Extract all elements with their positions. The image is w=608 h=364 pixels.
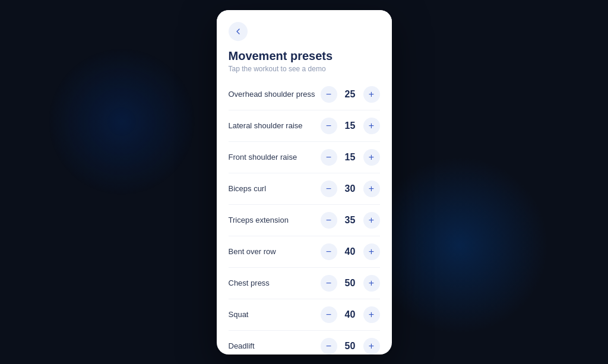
stepper-value: 35 (343, 215, 357, 226)
increment-button[interactable]: + (363, 149, 380, 166)
exercise-row: Overhead shoulder press − 25 + (229, 79, 380, 110)
stepper-value: 50 (343, 278, 357, 289)
stepper: − 40 + (321, 243, 380, 260)
decrement-button[interactable]: − (321, 86, 337, 103)
stepper-value: 25 (343, 89, 357, 100)
exercise-name: Deadlift (229, 341, 321, 350)
decrement-button[interactable]: − (321, 243, 337, 260)
stepper: − 15 + (321, 118, 380, 134)
increment-button[interactable]: + (363, 212, 380, 229)
stepper-value: 15 (343, 152, 357, 163)
increment-button[interactable]: + (363, 118, 380, 134)
stepper: − 40 + (321, 306, 380, 323)
exercise-row: Triceps extension − 35 + (229, 205, 380, 236)
stepper: − 30 + (321, 181, 380, 197)
stepper: − 25 + (321, 86, 380, 103)
exercise-name: Front shoulder raise (229, 153, 321, 162)
stepper-value: 50 (343, 341, 357, 352)
exercise-name: Bent over row (229, 247, 321, 256)
decrement-button[interactable]: − (321, 212, 337, 229)
back-button[interactable] (229, 22, 248, 41)
decrement-button[interactable]: − (321, 306, 337, 323)
decrement-button[interactable]: − (321, 118, 337, 134)
main-card: Movement presets Tap the workout to see … (217, 10, 392, 354)
decrement-button[interactable]: − (321, 149, 337, 166)
card-header: Movement presets Tap the workout to see … (217, 10, 392, 79)
increment-button[interactable]: + (363, 243, 380, 260)
stepper: − 50 + (321, 275, 380, 292)
exercise-name: Triceps extension (229, 216, 321, 224)
exercise-row: Deadlift − 50 + (229, 331, 380, 354)
decrement-button[interactable]: − (321, 275, 337, 292)
increment-button[interactable]: + (363, 86, 380, 103)
exercise-row: Biceps curl − 30 + (229, 173, 380, 205)
page-title: Movement presets (229, 49, 380, 63)
exercise-row: Bent over row − 40 + (229, 236, 380, 268)
exercises-list: Overhead shoulder press − 25 + Lateral s… (217, 79, 392, 354)
increment-button[interactable]: + (363, 275, 380, 292)
stepper-value: 40 (343, 246, 357, 257)
increment-button[interactable]: + (363, 306, 380, 323)
exercise-row: Front shoulder raise − 15 + (229, 142, 380, 173)
stepper: − 50 + (321, 338, 380, 354)
stepper-value: 40 (343, 309, 357, 320)
decrement-button[interactable]: − (321, 181, 337, 197)
stepper: − 35 + (321, 212, 380, 229)
exercise-row: Squat − 40 + (229, 299, 380, 331)
exercise-name: Overhead shoulder press (229, 90, 321, 99)
exercise-name: Chest press (229, 278, 321, 287)
stepper-value: 30 (343, 183, 357, 194)
exercise-name: Biceps curl (229, 184, 321, 193)
increment-button[interactable]: + (363, 181, 380, 197)
page-subtitle: Tap the workout to see a demo (229, 65, 380, 73)
decrement-button[interactable]: − (321, 338, 337, 354)
increment-button[interactable]: + (363, 338, 380, 354)
exercise-row: Lateral shoulder raise − 15 + (229, 110, 380, 142)
exercise-name: Lateral shoulder raise (229, 121, 321, 130)
exercise-row: Chest press − 50 + (229, 268, 380, 299)
exercise-name: Squat (229, 310, 321, 319)
stepper: − 15 + (321, 149, 380, 166)
stepper-value: 15 (343, 121, 357, 131)
